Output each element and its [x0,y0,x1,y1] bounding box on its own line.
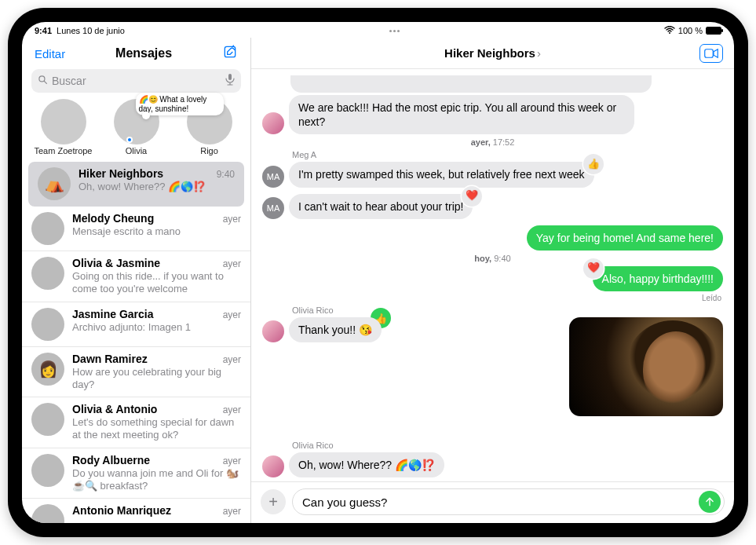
search-icon [38,75,48,87]
chat-header[interactable]: Hiker Neighbors › [251,38,734,69]
svg-rect-1 [225,46,235,57]
message-bubble[interactable]: ❤️ Also, happy birthday!!!! [593,266,723,291]
pinned-row: Team Zoetrope Olivia 🌈😊 What a lovely da… [22,97,250,162]
delivery-status: Leído [262,294,721,302]
reaction-thumbs-up[interactable]: 👍 [583,154,604,174]
conversation-item[interactable]: ⛺ Hiker Neighbors9:40 Oh, wow! Where?? 🌈… [28,162,244,207]
status-time: 9:41 [35,26,52,35]
sidebar-title: Mensajes [65,46,222,60]
avatar: ⛺ [38,167,71,200]
avatar [31,257,64,290]
avatar [262,320,284,342]
battery-label: 100 % [678,26,703,35]
multitask-dots[interactable] [389,30,400,32]
avatar [262,455,284,477]
pinned-preview-bubble: 🌈😊 What a lovely day, sunshine! [136,93,224,115]
conversation-item[interactable]: Melody Cheungayer Mensaje escrito a mano [22,207,250,251]
conversation-list: ⛺ Hiker Neighbors9:40 Oh, wow! Where?? 🌈… [22,162,250,523]
timestamp: ayer, 17:52 [262,137,723,147]
compose-button[interactable] [222,44,238,63]
add-attachment-button[interactable]: + [261,489,286,514]
message-bubble[interactable]: We are back!!! Had the most epic trip. Y… [289,95,634,134]
composer: + Can you guess? [251,481,734,523]
edit-button[interactable]: Editar [35,47,65,60]
svg-point-0 [669,32,670,34]
avatar [31,403,64,436]
status-date: Lunes 10 de junio [57,26,125,35]
avatar: MA [262,197,284,219]
conversation-item[interactable]: Olivia & Antonioayer Let's do something … [22,397,250,448]
chat-title: Hiker Neighbors [444,46,535,60]
avatar [31,212,64,245]
reaction-heart[interactable]: ❤️ [462,186,482,207]
message-bubble[interactable]: I'm pretty swamped this week, but relati… [289,162,594,187]
battery-icon [706,27,721,35]
message-bubble[interactable]: Yay for being home! And same here! [527,225,723,251]
facetime-button[interactable] [699,44,723,63]
sender-label: Olivia Rico [292,305,723,315]
timestamp: hoy, 9:40 [262,254,723,263]
avatar [31,504,64,523]
svg-rect-3 [228,74,232,80]
avatar: 👩 [31,353,64,386]
search-placeholder: Buscar [52,75,225,87]
sender-label: Meg A [292,150,723,159]
pinned-olivia[interactable]: Olivia 🌈😊 What a lovely day, sunshine! [106,99,167,155]
avatar [31,308,64,341]
conversation-item[interactable]: Jasmine Garciaayer Archivo adjunto: Imag… [22,302,250,347]
message-bubble[interactable]: Thank you!! 😘 [289,317,382,342]
svg-rect-4 [705,49,714,58]
conversation-item[interactable]: Olivia & Jasmineayer Going on this ride.… [22,251,250,302]
conversation-item[interactable]: Rody Albuerneayer Do you wanna join me a… [22,448,250,499]
sidebar: Editar Mensajes Buscar [22,38,251,523]
search-field[interactable]: Buscar [31,69,241,93]
unread-dot [126,137,133,143]
message-input[interactable]: Can you guess? [292,488,725,515]
sender-label: Olivia Rico [292,441,723,450]
message-bubble[interactable]: I can't wait to hear about your trip! ❤️ [289,194,473,219]
avatar [262,112,284,134]
send-button[interactable] [699,491,721,513]
messages-scroll[interactable]: We are back!!! Had the most epic trip. Y… [251,69,734,481]
image-attachment[interactable] [569,317,723,416]
wifi-icon [664,26,675,35]
chevron-right-icon: › [537,46,541,60]
status-bar: 9:41 Lunes 10 de junio 100 % [22,22,734,38]
conversation-item[interactable]: 👩 Dawn Ramirezayer How are you celebrati… [22,347,250,398]
pinned-team-zoetrope[interactable]: Team Zoetrope [33,99,94,155]
conversation-item[interactable]: Antonio Manriquezayer [22,499,250,523]
message-input-text: Can you guess? [302,496,699,509]
avatar [31,454,64,487]
avatar [41,99,86,144]
previous-message-peek [290,75,652,93]
reaction-heart[interactable]: ❤️ [583,258,604,279]
message-bubble[interactable]: Oh, wow! Where?? 🌈🌎⁉️ [289,452,444,477]
dictate-icon[interactable] [225,74,235,88]
chat-pane: Hiker Neighbors › We are back!!! Had the… [251,38,734,523]
avatar: MA [262,166,284,188]
